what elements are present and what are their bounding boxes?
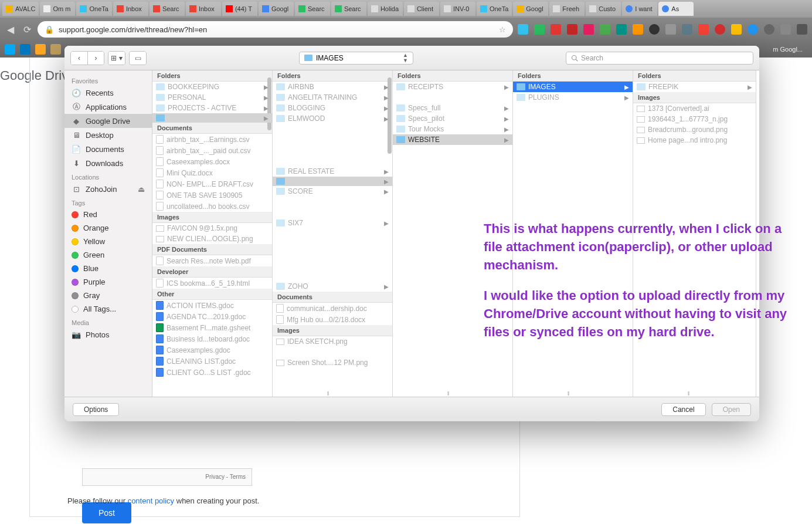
folder-item[interactable]: SIX7▶	[273, 218, 392, 228]
browser-tab[interactable]: INV-0	[440, 2, 475, 16]
folder-item[interactable]: ANGELITA TRAINING▶	[273, 92, 392, 103]
path-dropdown[interactable]: IMAGES ▲▼	[299, 52, 413, 65]
extension-icon[interactable]	[518, 24, 528, 35]
file-item[interactable]: Search Res...note Web.pdf	[152, 255, 272, 266]
folder-item-selected[interactable]: WEBSITE▶	[393, 134, 512, 145]
sidebar-tag-red[interactable]: Red	[64, 208, 152, 221]
bookmark-overflow[interactable]: m Googl...	[773, 46, 803, 53]
folder-item[interactable]: FREEPIK▶	[633, 82, 756, 92]
folder-item[interactable]: Tour Mocks▶	[393, 124, 512, 134]
options-button[interactable]: Options	[73, 403, 119, 416]
browser-tab[interactable]: Custo	[586, 2, 621, 16]
sidebar-item-downloads[interactable]: ⬇Downloads	[64, 156, 152, 170]
folder-item[interactable]: BLOGGING▶	[273, 103, 392, 113]
sidebar-tag-purple[interactable]: Purple	[64, 275, 152, 289]
browser-tab[interactable]: Inbox	[186, 2, 221, 16]
browser-tab[interactable]: Freeh	[549, 2, 585, 16]
adblock-icon[interactable]	[715, 24, 725, 35]
browser-tab[interactable]: Googl	[259, 2, 294, 16]
post-button[interactable]: Post	[82, 502, 131, 523]
bookmark-icon[interactable]	[20, 44, 30, 55]
back-button[interactable]: ‹	[71, 52, 87, 65]
eject-icon[interactable]: ⏏	[138, 185, 145, 194]
folder-item[interactable]: Specs_pilot▶	[393, 113, 512, 124]
file-item[interactable]: FAVICON 9@1.5x.png	[152, 223, 272, 234]
open-button[interactable]: Open	[712, 403, 751, 416]
sidebar-item-documents[interactable]: 📄Documents	[64, 142, 152, 156]
extension-icon[interactable]	[633, 24, 643, 35]
folder-item-selected[interactable]: ▶	[273, 177, 392, 186]
file-item[interactable]: CLIENT GO...S LIST .gdoc	[152, 367, 272, 378]
folder-item[interactable]: AIRBNB▶	[273, 82, 392, 92]
folder-item[interactable]: PERSONAL▶	[152, 92, 272, 103]
file-item[interactable]: Caseexamples.gdoc	[152, 344, 272, 356]
file-item[interactable]: NON- EMPL...E DRAFT.csv	[152, 178, 272, 190]
browser-tab[interactable]: Searc	[150, 2, 185, 16]
folder-item[interactable]: ELMWOOD▶	[273, 113, 392, 124]
browser-tab[interactable]: I want	[622, 2, 657, 16]
browser-tab[interactable]: Googl	[513, 2, 548, 16]
extension-icon[interactable]	[583, 24, 594, 35]
file-item[interactable]: Breadcrumb...ground.png	[633, 124, 756, 135]
extension-icon[interactable]	[764, 24, 774, 35]
folder-item[interactable]: Specs_full▶	[393, 103, 512, 113]
cancel-button[interactable]: Cancel	[661, 403, 705, 416]
extension-icon[interactable]	[731, 24, 742, 35]
sidebar-tag-yellow[interactable]: Yellow	[64, 235, 152, 248]
file-item[interactable]: airbnb_tax_...Earnings.csv	[152, 134, 272, 145]
search-input[interactable]: Search	[566, 52, 753, 65]
star-icon[interactable]: ☆	[499, 25, 506, 34]
resize-handle[interactable]: ||	[447, 390, 449, 395]
file-item[interactable]: CLEANING LIST.gdoc	[152, 356, 272, 367]
file-item[interactable]: ICS bookma...6_5_19.html	[152, 278, 272, 289]
browser-tab[interactable]: Om m	[40, 2, 75, 16]
extension-icon[interactable]	[551, 24, 561, 35]
sidebar-item-recents[interactable]: 🕘Recents	[64, 86, 152, 100]
folder-item[interactable]: PLUGINS▶	[513, 92, 633, 103]
folder-item-selected[interactable]: IMAGES▶	[513, 82, 633, 92]
sidebar-item-photos[interactable]: 📷Photos	[64, 327, 152, 342]
file-item[interactable]: NEW CLIEN...OOGLE).png	[152, 234, 272, 244]
sidebar-all-tags[interactable]: All Tags...	[64, 302, 152, 316]
file-item[interactable]: Basement Fl...mate.gsheet	[152, 322, 272, 333]
resize-handle[interactable]: ||	[688, 390, 689, 395]
browser-tab[interactable]: Inbox	[113, 2, 148, 16]
folder-item[interactable]: ZOHO▶	[273, 281, 392, 292]
extension-icon[interactable]	[682, 24, 692, 35]
sidebar-tag-blue[interactable]: Blue	[64, 262, 152, 275]
resize-handle[interactable]: ||	[568, 390, 569, 395]
file-item[interactable]: communicat...dership.doc	[273, 303, 392, 314]
folder-item-selected[interactable]: ▶	[152, 113, 272, 123]
file-item[interactable]: Mini Quiz.docx	[152, 167, 272, 178]
extension-icon[interactable]	[780, 24, 791, 35]
extension-icon[interactable]	[797, 24, 807, 35]
file-item[interactable]: 1936443_1...67773_n.jpg	[633, 114, 756, 124]
browser-tab[interactable]: (44) T	[222, 2, 257, 16]
back-button[interactable]: ◀	[5, 23, 16, 35]
content-policy-link[interactable]: content policy	[128, 496, 175, 505]
file-item[interactable]: Home page...nd intro.png	[633, 135, 756, 146]
folder-item[interactable]: BOOKKEEPING▶	[152, 82, 272, 92]
sidebar-tag-gray[interactable]: Gray	[64, 289, 152, 302]
bookmark-icon[interactable]	[50, 44, 61, 55]
file-item[interactable]: airbnb_tax_..._paid out.csv	[152, 145, 272, 156]
resize-handle[interactable]: ||	[327, 390, 328, 395]
sidebar-item-google-drive[interactable]: ◆Google Drive	[64, 114, 152, 128]
file-item[interactable]: AGENDA TC...2019.gdoc	[152, 311, 272, 322]
file-item[interactable]: IDEA SKETCH.png	[273, 336, 392, 347]
browser-tab[interactable]: AVALC	[2, 2, 39, 16]
extension-icon[interactable]	[748, 24, 758, 35]
extension-icon[interactable]	[616, 24, 627, 35]
folder-item[interactable]: PROJECTS - ACTIVE▶	[152, 103, 272, 113]
extension-icon[interactable]	[649, 24, 660, 35]
sidebar-tag-orange[interactable]: Orange	[64, 221, 152, 235]
folder-item[interactable]: RECEIPTS▶	[393, 82, 512, 92]
group-by-button[interactable]: ▭	[130, 52, 146, 65]
sidebar-item-applications[interactable]: ⒶApplications	[64, 100, 152, 114]
file-item[interactable]: ACTION ITEMS.gdoc	[152, 300, 272, 311]
file-item[interactable]: 1373 [Converted].ai	[633, 103, 756, 114]
file-item[interactable]: ONE TAB SAVE 190905	[152, 190, 272, 201]
browser-tab[interactable]: OneTa	[477, 2, 512, 16]
extension-icon[interactable]	[698, 24, 709, 35]
extension-icon[interactable]	[567, 24, 577, 35]
